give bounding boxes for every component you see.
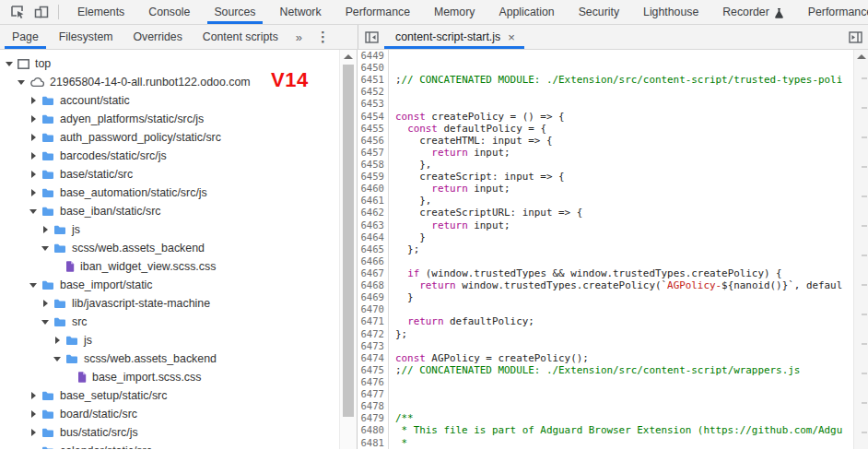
- tree-item-account-static[interactable]: account/static: [0, 91, 339, 110]
- line-number[interactable]: 6471: [358, 315, 384, 327]
- line-number[interactable]: 6474: [358, 352, 384, 364]
- show-debugger-sidebar-icon[interactable]: [842, 25, 868, 49]
- chevron-down-icon[interactable]: [17, 77, 28, 88]
- line-number[interactable]: 6465: [358, 243, 384, 255]
- line-number[interactable]: 6481: [358, 437, 384, 449]
- editor-scrollbar[interactable]: [853, 50, 868, 449]
- tab-performance-i[interactable]: Performance i: [796, 0, 868, 24]
- line-number[interactable]: 6466: [358, 255, 384, 267]
- chevron-right-icon[interactable]: [29, 150, 40, 161]
- tree-item-adyen-platforms-static-src-js[interactable]: adyen_platforms/static/src/js: [0, 110, 339, 128]
- navigator-tab-content-scripts[interactable]: Content scripts: [193, 25, 288, 49]
- tree-item-calendar-static-src[interactable]: calendar/static/src: [0, 442, 339, 449]
- tree-item-src[interactable]: src: [0, 313, 339, 331]
- tab-recorder[interactable]: Recorder: [710, 0, 796, 24]
- navigator-tab-filesystem[interactable]: Filesystem: [49, 25, 123, 49]
- tree-item-base-automation-static-src-js[interactable]: base_automation/static/src/js: [0, 184, 339, 202]
- chevron-right-icon[interactable]: [41, 298, 52, 309]
- chevron-down-icon[interactable]: [41, 316, 52, 327]
- line-number[interactable]: 6456: [358, 135, 384, 147]
- line-number[interactable]: 6452: [358, 86, 384, 98]
- line-number[interactable]: 6449: [358, 50, 384, 62]
- tree-item-scss-web-assets-backend[interactable]: scss/web.assets_backend: [0, 239, 339, 257]
- line-number[interactable]: 6480: [358, 424, 384, 436]
- line-number[interactable]: 6464: [358, 231, 384, 243]
- close-tab-icon[interactable]: ×: [508, 31, 515, 43]
- line-number[interactable]: 6470: [358, 303, 384, 315]
- chevron-right-icon[interactable]: [29, 390, 40, 401]
- chevron-down-icon[interactable]: [5, 58, 16, 69]
- hide-navigator-icon[interactable]: [358, 25, 384, 49]
- chevron-right-icon[interactable]: [29, 169, 40, 180]
- line-number[interactable]: 6459: [358, 171, 384, 183]
- chevron-right-icon[interactable]: [29, 113, 40, 124]
- tab-elements[interactable]: Elements: [65, 0, 136, 24]
- tab-memory[interactable]: Memory: [422, 0, 487, 24]
- scroll-up-arrow-icon[interactable]: [857, 54, 866, 59]
- line-number[interactable]: 6462: [358, 207, 384, 219]
- tree-item-bus-static-src-js[interactable]: bus/static/src/js: [0, 423, 339, 442]
- line-number[interactable]: 6476: [358, 376, 384, 388]
- tree-item-base-setup-static-src[interactable]: base_setup/static/src: [0, 386, 339, 405]
- inspect-element-icon[interactable]: [6, 1, 29, 23]
- line-number[interactable]: 6473: [358, 340, 384, 352]
- scroll-up-arrow-icon[interactable]: [344, 54, 353, 59]
- line-number[interactable]: 6467: [358, 267, 384, 279]
- chevron-down-icon[interactable]: [41, 243, 52, 254]
- tree-item-js[interactable]: js: [0, 220, 339, 239]
- tree-item-js[interactable]: js: [0, 331, 339, 349]
- chevron-right-icon[interactable]: [29, 132, 40, 143]
- line-number[interactable]: 6458: [358, 159, 384, 171]
- chevron-right-icon[interactable]: [29, 95, 40, 106]
- tab-security[interactable]: Security: [567, 0, 631, 24]
- tree-item-auth-password-policy-static-src[interactable]: auth_password_policy/static/src: [0, 128, 339, 147]
- line-number[interactable]: 6463: [358, 219, 384, 231]
- tree-item-base-import-scss-css[interactable]: base_import.scss.css: [0, 368, 339, 386]
- line-number[interactable]: 6457: [358, 147, 384, 159]
- chevron-down-icon[interactable]: [29, 445, 40, 449]
- chevron-right-icon[interactable]: [29, 187, 40, 198]
- line-number[interactable]: 6479: [358, 412, 384, 424]
- line-number[interactable]: 6472: [358, 328, 384, 340]
- line-number[interactable]: 6475: [358, 364, 384, 376]
- line-number[interactable]: 6468: [358, 279, 384, 291]
- tab-application[interactable]: Application: [487, 0, 566, 24]
- tree-scrollbar-thumb[interactable]: [343, 65, 354, 417]
- editor-tab-content-script-start[interactable]: content-script-start.js ×: [384, 25, 524, 49]
- tab-lighthouse[interactable]: Lighthouse: [631, 0, 710, 24]
- tree-item-base-iban-static-src[interactable]: base_iban/static/src: [0, 202, 339, 220]
- source-editor[interactable]: 6449645064516452645364546455645664576458…: [358, 50, 868, 449]
- device-toolbar-icon[interactable]: [30, 1, 53, 23]
- line-number[interactable]: 6454: [358, 111, 384, 123]
- chevron-right-icon[interactable]: [53, 335, 64, 346]
- chevron-down-icon[interactable]: [29, 206, 40, 217]
- tab-performance[interactable]: Performance: [334, 0, 422, 24]
- tree-scrollbar[interactable]: [339, 50, 357, 449]
- line-number[interactable]: 6455: [358, 123, 384, 135]
- tab-sources[interactable]: Sources: [202, 0, 267, 24]
- line-number[interactable]: 6450: [358, 62, 384, 74]
- navigator-menu-kebab-icon[interactable]: ⋮: [316, 25, 330, 49]
- chevron-down-icon[interactable]: [53, 353, 64, 364]
- line-number[interactable]: 6451: [358, 74, 384, 86]
- line-number[interactable]: 6477: [358, 388, 384, 400]
- chevron-right-icon[interactable]: [41, 224, 52, 235]
- line-number[interactable]: 6469: [358, 291, 384, 303]
- tree-item-base-import-static[interactable]: base_import/static: [0, 276, 339, 294]
- line-number[interactable]: 6478: [358, 400, 384, 412]
- line-number[interactable]: 6460: [358, 183, 384, 195]
- line-number[interactable]: 6453: [358, 98, 384, 110]
- tab-console[interactable]: Console: [136, 0, 202, 24]
- chevron-right-icon[interactable]: [29, 427, 40, 438]
- code-content[interactable]: ;// CONCATENATED MODULE: ./Extension/src…: [389, 50, 853, 449]
- tree-item-lib-javascript-state-machine[interactable]: lib/javascript-state-machine: [0, 294, 339, 313]
- tab-network[interactable]: Network: [268, 0, 334, 24]
- navigator-tab-overrides[interactable]: Overrides: [123, 25, 192, 49]
- chevron-right-icon[interactable]: [29, 409, 40, 420]
- tree-item-base-static-src[interactable]: base/static/src: [0, 165, 339, 184]
- navigator-tab-page[interactable]: Page: [2, 25, 49, 49]
- more-tabs-chevron-icon[interactable]: »: [288, 25, 310, 49]
- tree-item-barcodes-static-src-js[interactable]: barcodes/static/src/js: [0, 147, 339, 165]
- tree-item-scss-web-assets-backend[interactable]: scss/web.assets_backend: [0, 349, 339, 368]
- line-number[interactable]: 6461: [358, 195, 384, 207]
